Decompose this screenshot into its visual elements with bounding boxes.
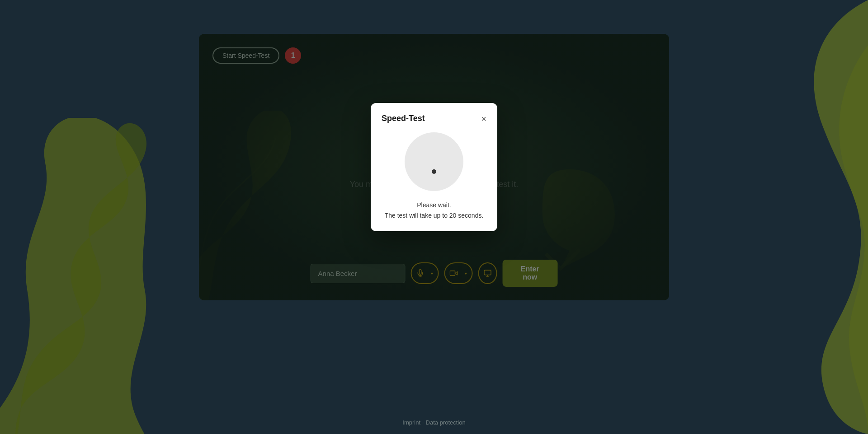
- modal-overlay: Speed-Test × Please wait. The test will …: [199, 34, 669, 300]
- modal-close-button[interactable]: ×: [481, 114, 486, 123]
- modal-header: Speed-Test ×: [382, 114, 486, 123]
- modal-message: Please wait. The test will take up to 20…: [382, 200, 486, 220]
- footer: Imprint - Data protection: [402, 419, 465, 426]
- speed-indicator: [405, 132, 463, 191]
- speed-dot: [432, 169, 436, 174]
- bg-shape-left: [0, 118, 190, 434]
- main-container: Start Speed-Test 1 Say...self. You might…: [199, 34, 669, 300]
- footer-text: Imprint - Data protection: [402, 419, 465, 426]
- bg-shape-right: [732, 0, 868, 434]
- modal-message-line1: Please wait.: [382, 200, 486, 210]
- modal-message-line2: The test will take up to 20 seconds.: [382, 210, 486, 220]
- speed-test-modal: Speed-Test × Please wait. The test will …: [371, 103, 497, 231]
- modal-title: Speed-Test: [382, 114, 425, 123]
